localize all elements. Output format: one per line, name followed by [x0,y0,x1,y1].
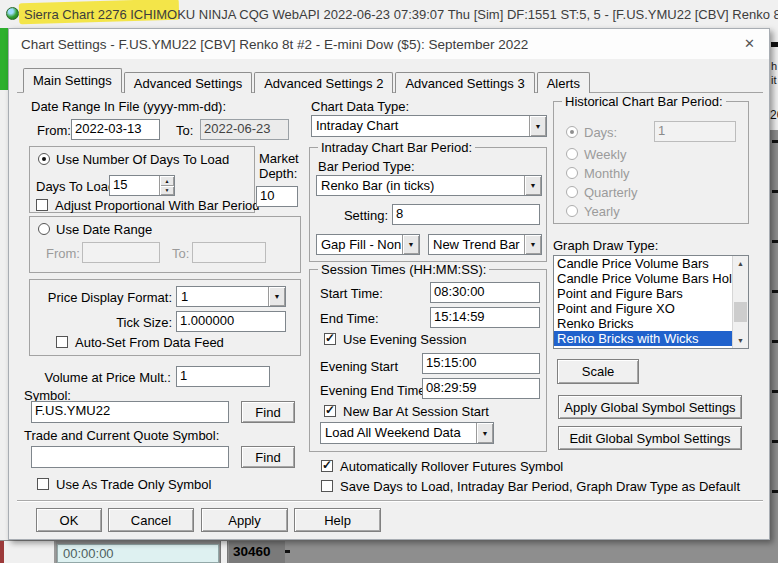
bar-period-group-title: Intraday Chart Bar Period: [318,140,475,155]
adjust-proportional-checkbox[interactable]: Adjust Proportional With Bar Period [36,198,259,213]
tab-advanced-settings-2[interactable]: Advanced Settings 2 [254,72,393,93]
right-chart-strip [770,130,778,563]
evening-end-input[interactable]: 08:29:59 [422,378,540,399]
spin-down-button[interactable]: ▼ [160,186,174,196]
use-number-of-days-label: Use Number Of Days To Load [56,152,229,167]
trade-symbol-find-button[interactable]: Find [241,446,295,468]
evening-start-input[interactable]: 15:15:00 [422,353,540,374]
yearly-radio [566,205,578,217]
app-title-highlighted: Sierra Chart 2276 [24,7,127,22]
list-item-selected[interactable]: Renko Bricks with Wicks [554,331,732,346]
save-defaults-checkbox[interactable]: Save Days to Load, Intraday Bar Period, … [321,479,740,494]
evening-start-label: Evening Start [320,359,398,374]
price-scale-tick [772,140,778,143]
gap-fill-select[interactable]: Gap Fill - None ▼ [316,234,420,255]
scale-button[interactable]: Scale [557,359,639,384]
trade-only-checkbox[interactable]: Use As Trade Only Symbol [37,477,211,492]
tick-size-input[interactable]: 1.000000 [176,311,286,332]
list-scrollbar[interactable]: ▲ ▼ [732,256,748,348]
date-range-group: Use Date Range From: To: [29,216,301,273]
tab-main-settings[interactable]: Main Settings [23,68,122,93]
use-evening-session-label: Use Evening Session [343,332,467,347]
time-value: 00:00:00 [63,546,114,561]
graph-draw-type-list[interactable]: Candle Price Volume Bars Candle Price Vo… [553,255,749,349]
start-time-input[interactable]: 08:30:00 [430,282,540,303]
setting-input[interactable]: 8 [392,204,540,225]
apply-global-symbol-settings-button[interactable]: Apply Global Symbol Settings [558,395,742,419]
days-label: Days: [584,125,617,140]
tab-advanced-settings[interactable]: Advanced Settings [124,72,252,93]
range-from-input [82,242,160,263]
new-bar-session-checkbox[interactable]: ✓ New Bar At Session Start [324,404,489,419]
check-icon: ✓ [322,458,332,472]
days-to-load-input[interactable]: 15 ▲ ▼ [109,175,175,196]
chart-data-type-select[interactable]: Intraday Chart ▼ [311,115,547,137]
dialog-titlebar[interactable]: Chart Settings - F.US.YMU22 [CBV] Renko … [9,29,769,59]
quarterly-radio [566,186,578,198]
rollover-checkbox[interactable]: ✓ Automatically Rollover Futures Symbol [321,459,563,474]
tab-advanced-settings-3[interactable]: Advanced Settings 3 [395,72,534,93]
use-date-range-radio[interactable] [38,223,50,235]
date-from-input[interactable]: 2022-03-13 [71,119,160,140]
dropdown-button[interactable]: ▼ [524,235,541,254]
help-button[interactable]: Help [294,508,381,532]
dropdown-button[interactable]: ▼ [524,176,541,195]
right-strip-text: it [771,74,777,86]
dropdown-button[interactable]: ▼ [402,235,419,254]
sierra-chart-globe-icon [6,7,19,20]
chevron-down-icon: ▼ [535,123,542,130]
trade-symbol-input[interactable] [31,446,229,468]
historical-days-input: 1 [654,121,736,142]
price-scale-tick [772,440,778,443]
bottom-left-panel [4,541,56,563]
price-scale-tick [772,340,778,343]
scroll-down-button[interactable]: ▼ [733,333,748,348]
list-item[interactable]: Candle Price Volume Bars [554,256,732,271]
price-scale-tick [772,240,778,243]
start-time-label: Start Time: [320,286,383,301]
volume-mult-label: Volume at Price Mult.: [27,370,171,385]
symbol-input[interactable]: F.US.YMU22 [31,401,229,423]
session-times-group-title: Session Times (HH:MM:SS): [318,262,489,277]
price-display-format-select[interactable]: 1 ▼ [176,286,286,307]
pane-divider[interactable] [220,541,228,563]
tab-alerts[interactable]: Alerts [537,72,590,93]
time-input[interactable]: 00:00:00 [57,544,219,563]
dropdown-button[interactable]: ▼ [268,287,285,306]
list-item[interactable]: Candle Price Volume Bars Hollow [554,271,732,286]
apply-button[interactable]: Apply [201,508,288,532]
chevron-up-icon: ▲ [737,260,744,267]
chevron-down-icon: ▼ [530,182,537,189]
close-icon[interactable]: ✕ [744,36,755,51]
date-range-label: Date Range In File (yyyy-mm-dd): [31,99,226,114]
bar-period-type-select[interactable]: Renko Bar (in ticks) ▼ [316,175,542,196]
chart-settings-dialog: Chart Settings - F.US.YMU22 [CBV] Renko … [8,28,770,540]
dropdown-button[interactable]: ▼ [529,116,546,136]
price-scale-tick [772,490,778,493]
list-item[interactable]: Point and Figure XO [554,301,732,316]
use-evening-session-checkbox[interactable]: ✓ Use Evening Session [324,332,467,347]
market-depth-input[interactable]: 10 [256,186,298,207]
new-trend-bar-select[interactable]: New Trend Bar W ▼ [428,234,542,255]
use-number-of-days-radio[interactable] [38,153,50,165]
footer-separator [17,500,763,501]
weekly-label: Weekly [584,147,626,162]
checkbox-box: ✓ [324,333,336,345]
scrollbar-thumb[interactable] [734,302,747,322]
end-time-input[interactable]: 15:14:59 [430,307,540,328]
ok-button[interactable]: OK [36,508,102,532]
autoset-checkbox[interactable]: Auto-Set From Data Feed [56,335,224,350]
list-item[interactable]: Renko Bricks [554,316,732,331]
volume-mult-input[interactable]: 1 [176,366,270,387]
dropdown-button[interactable]: ▼ [476,423,493,443]
list-item[interactable]: Point and Figure Bars [554,286,732,301]
weekend-data-select[interactable]: Load All Weekend Data ▼ [320,422,494,444]
edit-global-symbol-settings-button[interactable]: Edit Global Symbol Settings [558,426,742,450]
cancel-button[interactable]: Cancel [108,508,194,532]
range-to-input [192,242,266,263]
check-icon: ✓ [325,403,335,417]
trade-only-label: Use As Trade Only Symbol [56,477,211,492]
new-bar-session-label: New Bar At Session Start [343,404,489,419]
scroll-up-button[interactable]: ▲ [733,256,748,271]
symbol-find-button[interactable]: Find [241,401,295,423]
